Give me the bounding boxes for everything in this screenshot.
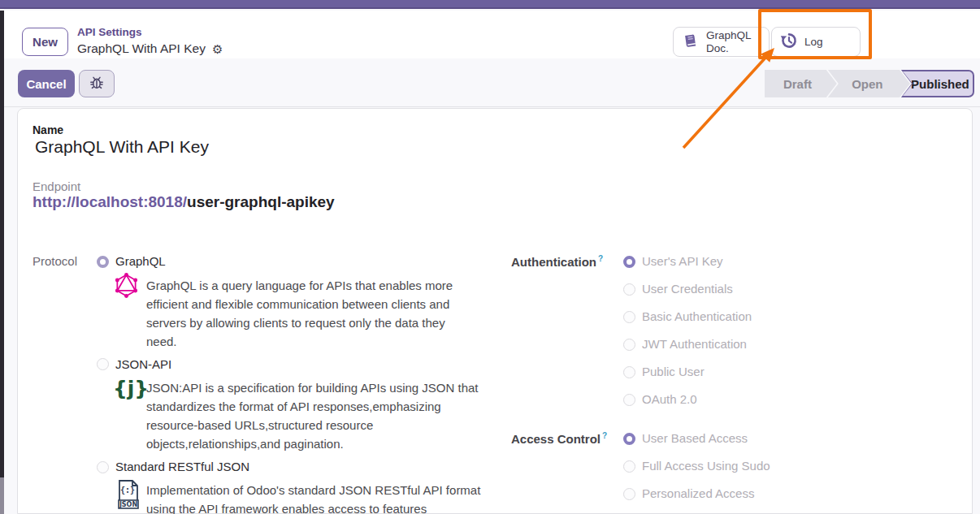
access-control-label-text: Access Control: [511, 432, 601, 446]
json-file-icon: {:} JSON: [116, 479, 141, 514]
cancel-button[interactable]: Cancel: [18, 70, 75, 97]
endpoint-path: user-graphql-apikey: [187, 193, 335, 210]
protocol-option-restful[interactable]: Standard RESTful JSON: [115, 460, 249, 473]
window-top-strip: [0, 0, 980, 9]
radio-auth-users-api-key[interactable]: [623, 256, 635, 268]
radio-auth-user-credentials[interactable]: [623, 283, 635, 296]
radio-auth-basic[interactable]: [623, 311, 635, 323]
auth-option-basic[interactable]: Basic Authentication: [642, 309, 752, 323]
authentication-label-text: Authentication: [511, 255, 596, 269]
radio-protocol-json-api[interactable]: [97, 358, 109, 370]
svg-text:{:}: {:}: [120, 486, 135, 495]
log-button-label: Log: [804, 36, 823, 49]
protocol-json-api-description: JSON:API is a specification for building…: [146, 378, 491, 453]
access-option-personalized[interactable]: Personalized Access: [642, 486, 754, 500]
access-option-full-sudo[interactable]: Full Access Using Sudo: [642, 459, 770, 473]
auth-option-user-credentials[interactable]: User Credentials: [642, 282, 733, 296]
svg-text:JSON: JSON: [119, 501, 137, 508]
protocol-restful-description: Implementation of Odoo's standard JSON R…: [146, 481, 496, 514]
gear-icon[interactable]: ⚙: [212, 43, 223, 55]
radio-auth-public-user[interactable]: [623, 366, 635, 378]
left-edge-strip-bottom: [0, 477, 4, 514]
radio-protocol-restful[interactable]: [97, 461, 109, 473]
access-control-label: Access Control?: [511, 431, 607, 446]
auth-option-jwt[interactable]: JWT Authentication: [642, 337, 747, 351]
header-bar: New API Settings GraphQL With API Key ⚙ …: [4, 11, 980, 58]
log-button[interactable]: Log: [771, 27, 861, 57]
access-option-user-based[interactable]: User Based Access: [642, 431, 748, 445]
protocol-label: Protocol: [33, 254, 77, 268]
endpoint-field-label: Endpoint: [33, 179, 80, 193]
radio-access-user-based[interactable]: [623, 433, 635, 445]
protocol-option-json-api[interactable]: JSON-API: [115, 357, 171, 371]
name-field-value[interactable]: GraphQL With API Key: [35, 137, 209, 157]
radio-access-full-sudo[interactable]: [623, 460, 635, 473]
graphql-logo-icon: [114, 273, 139, 301]
status-bar: Draft Open Published: [765, 70, 974, 97]
history-icon: [780, 32, 798, 53]
authentication-help-icon[interactable]: ?: [598, 254, 603, 263]
radio-auth-oauth[interactable]: [623, 394, 635, 406]
endpoint-base-url: http://localhost:8018/: [33, 193, 187, 210]
radio-access-personalized[interactable]: [623, 488, 635, 500]
status-open[interactable]: Open: [828, 70, 910, 97]
name-field-label: Name: [33, 123, 63, 136]
protocol-graphql-description: GraphQL is a query language for APIs tha…: [146, 276, 473, 351]
auth-option-public-user[interactable]: Public User: [642, 365, 705, 378]
auth-option-users-api-key[interactable]: User's API Key: [642, 254, 723, 268]
access-control-help-icon[interactable]: ?: [602, 431, 607, 440]
status-published-label: Published: [903, 71, 973, 96]
debug-button[interactable]: [79, 70, 115, 97]
auth-option-oauth[interactable]: OAuth 2.0: [642, 392, 697, 406]
graphql-doc-button[interactable]: GraphQL Doc.: [673, 27, 770, 57]
breadcrumb-current: GraphQL With API Key: [77, 41, 206, 56]
breadcrumb-parent[interactable]: API Settings: [77, 26, 142, 38]
authentication-label: Authentication?: [511, 254, 603, 269]
endpoint-url[interactable]: http://localhost:8018/user-graphql-apike…: [33, 193, 335, 211]
bug-icon: [89, 74, 105, 93]
book-icon: [682, 32, 700, 53]
new-button[interactable]: New: [22, 28, 68, 56]
status-draft[interactable]: Draft: [765, 70, 837, 97]
json-api-icon: {j}: [113, 378, 149, 399]
graphql-doc-button-label: GraphQL Doc.: [706, 29, 757, 55]
radio-protocol-graphql[interactable]: [97, 256, 109, 268]
radio-auth-jwt[interactable]: [623, 339, 635, 351]
breadcrumb: GraphQL With API Key ⚙: [77, 41, 223, 56]
status-published[interactable]: Published: [901, 70, 974, 97]
protocol-option-graphql[interactable]: GraphQL: [115, 254, 166, 268]
